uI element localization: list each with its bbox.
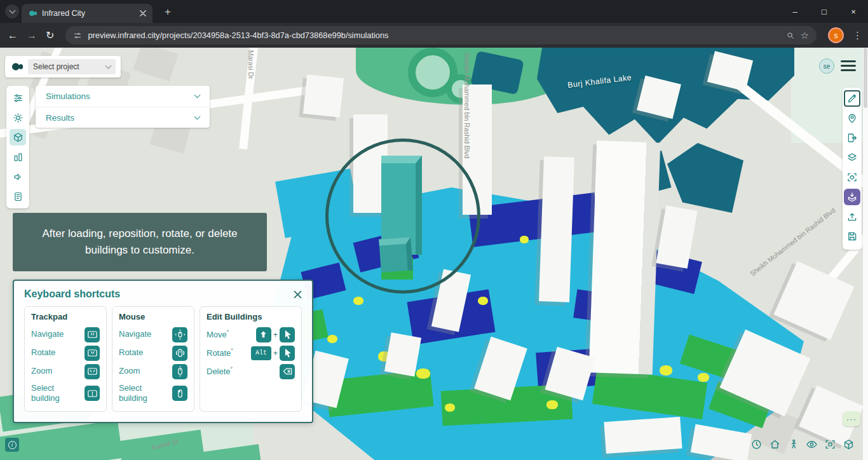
person-pin-icon[interactable] <box>844 110 860 126</box>
select-project-dropdown[interactable]: Select project <box>28 59 116 74</box>
map-shape <box>416 369 430 379</box>
browser-profile-avatar[interactable]: s <box>828 27 844 43</box>
trackpad-zoom-icon <box>85 364 100 379</box>
bottom-toolbar <box>749 436 856 452</box>
site-info-icon[interactable] <box>73 31 82 40</box>
browser-toolbar: ← → ↻ preview.infrared.city/projects/203… <box>0 23 868 48</box>
trackpad-select-icon <box>85 386 100 401</box>
export-note-icon[interactable] <box>844 130 860 146</box>
mouse-select-icon <box>172 386 187 401</box>
upload-icon[interactable] <box>844 208 860 225</box>
pedestrian-icon[interactable] <box>785 436 801 452</box>
chevron-down-icon <box>105 62 112 69</box>
window-close-button[interactable]: × <box>839 0 868 23</box>
mouse-column: Mouse Navigate Rotate Zoom Select buildi… <box>112 306 194 412</box>
forward-button[interactable]: → <box>27 30 37 41</box>
scrollbar-thumb[interactable] <box>864 48 867 108</box>
chevron-down-icon <box>194 92 201 98</box>
close-icon[interactable] <box>294 290 302 299</box>
cursor-icon <box>280 346 295 361</box>
map-shape <box>520 236 529 243</box>
map-label-blvd-top: Sheikh Mohammed bin Rashid Blvd <box>463 53 471 158</box>
layers-icon[interactable] <box>844 149 860 166</box>
zoom-icon[interactable] <box>786 31 795 40</box>
plus-sign: + <box>273 330 278 339</box>
info-button[interactable]: i <box>5 438 19 452</box>
shortcut-label: Rotate <box>31 348 55 358</box>
chat-bubble-icon[interactable]: ··· <box>843 411 860 426</box>
results-row[interactable]: Results <box>36 107 210 128</box>
sun-icon[interactable] <box>10 109 26 126</box>
scrollbar[interactable] <box>863 48 868 460</box>
browser-tab[interactable]: Infrared City <box>22 4 153 23</box>
filters-icon[interactable] <box>10 90 26 106</box>
time-icon[interactable] <box>749 436 764 452</box>
map-shape <box>327 335 337 343</box>
columns-icon[interactable] <box>10 149 26 165</box>
tab-close-icon[interactable] <box>140 10 146 17</box>
right-toolbar <box>843 88 862 250</box>
tooltip-text: After loading, reposition, rotate, or de… <box>29 226 250 259</box>
delete-keys <box>280 364 295 379</box>
scan-area-icon[interactable] <box>822 436 837 452</box>
new-tab-button[interactable]: + <box>160 4 175 20</box>
plus-sign: + <box>273 349 278 358</box>
edit-pencil-icon[interactable] <box>844 90 860 107</box>
trackpad-rotate-icon <box>85 346 100 361</box>
report-icon[interactable] <box>10 188 26 205</box>
project-header: Select project <box>5 56 121 78</box>
tab-search-button[interactable] <box>5 4 19 18</box>
reload-button[interactable]: ↻ <box>46 30 54 41</box>
url-bar[interactable]: preview.infrared.city/projects/2034958a-… <box>65 26 817 44</box>
rotate-keys: Alt + <box>251 346 295 361</box>
window-maximize-button[interactable]: □ <box>810 0 839 23</box>
info-icon: i <box>8 441 17 449</box>
building <box>303 74 344 118</box>
mouse-title: Mouse <box>119 312 187 321</box>
eye-icon[interactable] <box>804 436 819 452</box>
shortcut-label: Zoom <box>119 366 140 376</box>
window-minimize-button[interactable]: – <box>780 0 810 23</box>
back-button[interactable]: ← <box>8 30 18 41</box>
map-shape <box>478 297 488 305</box>
browser-window: Infrared City + – □ × ← → ↻ preview.infr… <box>0 0 868 460</box>
keyboard-shortcuts-panel: Keyboard shortcuts Trackpad Navigate Rot… <box>13 280 313 423</box>
simulations-row[interactable]: Simulations <box>36 86 210 107</box>
shortcut-label: Select building <box>119 383 168 404</box>
map-shape <box>133 48 179 81</box>
building <box>539 156 574 302</box>
cube-icon[interactable] <box>841 436 856 452</box>
user-avatar[interactable]: se <box>819 58 834 74</box>
shortcuts-title: Keyboard shortcuts <box>24 288 120 300</box>
window-controls: – □ × <box>780 0 868 23</box>
building <box>589 140 661 374</box>
home-icon[interactable] <box>767 436 782 452</box>
load-buildings-icon[interactable] <box>844 189 860 205</box>
url-text: preview.infrared.city/projects/2034958a-… <box>88 30 780 40</box>
focus-cube-icon[interactable] <box>844 169 860 186</box>
mouse-rotate-icon <box>172 346 187 361</box>
shortcut-label: Zoom <box>31 366 52 376</box>
map-shape <box>445 403 455 412</box>
map-label-blvd-right: Sheikh Mohammed bin Rashid Blvd <box>749 206 836 278</box>
cube-3d-icon[interactable] <box>10 129 26 145</box>
menu-icon[interactable] <box>841 60 856 71</box>
audio-icon[interactable] <box>10 168 26 185</box>
browser-menu-icon[interactable]: ⋮ <box>853 30 860 41</box>
trackpad-navigate-icon <box>85 327 100 342</box>
map-shape <box>546 400 558 409</box>
trackpad-column: Trackpad Navigate Rotate Zoom Select bui… <box>24 306 107 412</box>
mouse-zoom-icon <box>172 364 187 379</box>
save-icon[interactable] <box>844 228 860 245</box>
mouse-navigate-icon <box>172 327 187 342</box>
shortcut-label: Navigate <box>31 329 64 339</box>
chevron-down-icon <box>194 113 201 119</box>
edit-buildings-title: Edit Buildings <box>207 312 295 321</box>
shortcut-label: Move° <box>207 329 229 341</box>
bookmark-star-icon[interactable]: ☆ <box>801 30 809 41</box>
tab-title: Infrared City <box>42 9 135 18</box>
map-shape <box>660 365 672 375</box>
map-canvas[interactable]: Burj Khalifa Lake Sheikh Mohammed bin Ra… <box>0 48 868 460</box>
cursor-icon <box>280 327 295 342</box>
left-toolbar <box>6 86 29 208</box>
